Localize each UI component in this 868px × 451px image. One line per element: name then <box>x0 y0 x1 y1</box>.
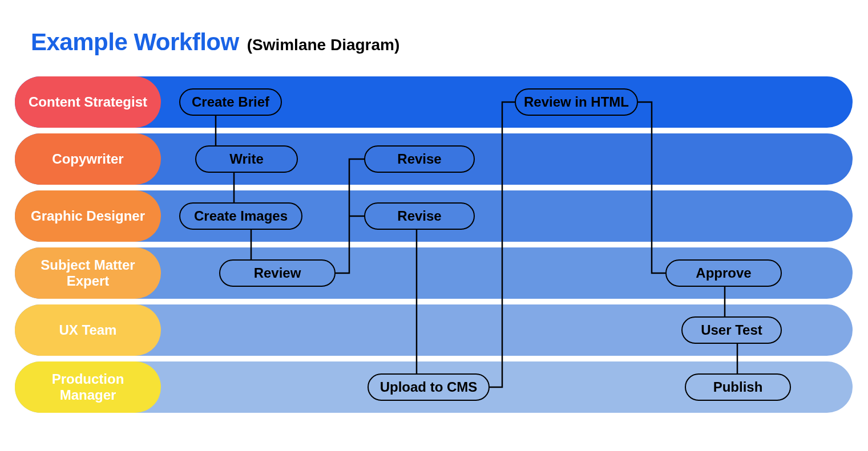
lane-label-text: Graphic Designer <box>31 208 145 224</box>
task-label: Review in HTML <box>524 94 629 110</box>
task-review-in-html: Review in HTML <box>515 88 638 116</box>
swimlane-diagram: Content Strategist Copywriter Graphic De… <box>15 76 853 441</box>
task-write: Write <box>195 145 298 173</box>
lane-label-copywriter: Copywriter <box>15 133 161 185</box>
task-label: Review <box>254 265 301 281</box>
lane-label-text: Subject Matter Expert <box>25 257 151 289</box>
task-label: User Test <box>701 322 762 338</box>
task-label: Write <box>229 151 264 167</box>
task-approve: Approve <box>665 259 782 287</box>
lane-label-text: Production Manager <box>25 371 151 403</box>
task-label: Approve <box>696 265 751 281</box>
task-publish: Publish <box>685 373 791 401</box>
lane-label-graphic-designer: Graphic Designer <box>15 190 161 242</box>
lane-label-subject-matter-expert: Subject Matter Expert <box>15 247 161 299</box>
lane-label-ux-team: UX Team <box>15 304 161 356</box>
task-create-images: Create Images <box>179 202 302 230</box>
task-label: Upload to CMS <box>380 379 478 395</box>
task-label: Revise <box>397 208 441 224</box>
lane-label-text: Copywriter <box>52 151 123 167</box>
task-label: Create Images <box>194 208 288 224</box>
lane-label-content-strategist: Content Strategist <box>15 76 161 128</box>
page-title-row: Example Workflow (Swimlane Diagram) <box>31 29 399 56</box>
task-revise-design: Revise <box>364 202 475 230</box>
lane-label-text: Content Strategist <box>29 94 147 110</box>
lane-label-production-manager: Production Manager <box>15 361 161 413</box>
task-upload-to-cms: Upload to CMS <box>368 373 490 401</box>
page-subtitle: (Swimlane Diagram) <box>247 36 400 54</box>
task-revise-copy: Revise <box>364 145 475 173</box>
task-review: Review <box>219 259 336 287</box>
task-user-test: User Test <box>681 316 782 344</box>
task-create-brief: Create Brief <box>179 88 282 116</box>
lane-label-text: UX Team <box>59 322 117 338</box>
task-label: Revise <box>397 151 441 167</box>
task-label: Publish <box>713 379 763 395</box>
page-title: Example Workflow <box>31 29 239 56</box>
task-label: Create Brief <box>192 94 269 110</box>
